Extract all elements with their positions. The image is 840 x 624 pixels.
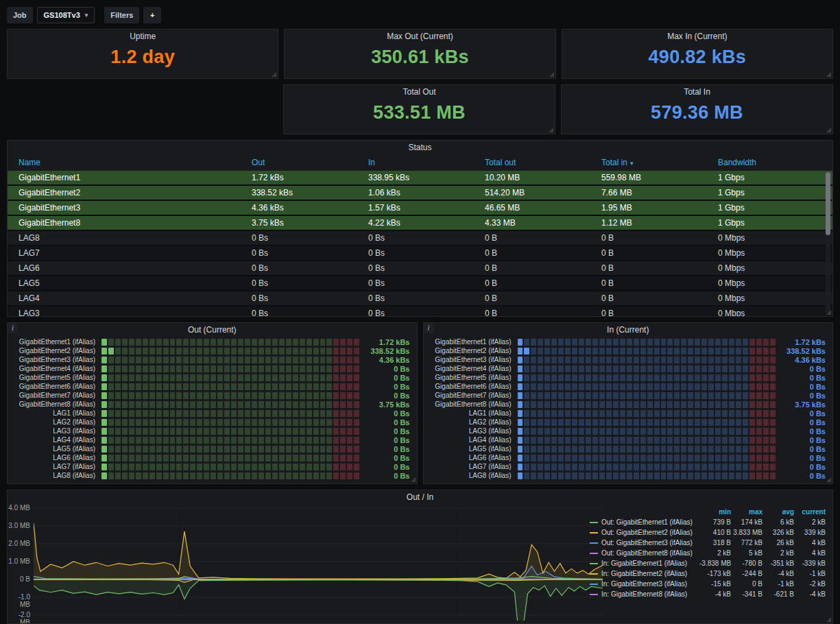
gauge-cell	[674, 455, 680, 461]
gauge-cell	[524, 348, 529, 355]
gauge-cell	[736, 446, 741, 453]
column-header-in[interactable]: In	[363, 154, 479, 171]
gauge-cell	[136, 437, 141, 444]
legend-series-toggle[interactable]: Out: GigabitEthernet1 (ifAlias)	[590, 518, 699, 526]
gauge-cell	[129, 365, 134, 372]
legend-series-toggle[interactable]: In: GigabitEthernet1 (ifAlias)	[590, 560, 699, 567]
scrollbar-track[interactable]	[826, 172, 830, 313]
gauge-cell	[565, 365, 571, 372]
legend-row: Out: GigabitEthernet1 (ifAlias)739 B174 …	[590, 517, 826, 527]
gauge-cell	[572, 455, 577, 461]
column-header-total-out[interactable]: Total out	[479, 154, 596, 171]
gauge-cell	[245, 365, 250, 372]
scrollbar-thumb[interactable]	[826, 172, 830, 235]
gauge-cell	[354, 392, 359, 399]
add-filter-button[interactable]: +	[143, 7, 161, 23]
gauge-cell	[695, 455, 700, 461]
gauge-cell	[217, 446, 223, 453]
led-bar-gauge	[518, 410, 776, 417]
gauge-cell	[524, 383, 529, 390]
panel-info-icon[interactable]: i	[8, 323, 18, 333]
gauge-cell	[661, 446, 667, 453]
gauge-cell	[245, 339, 250, 346]
gauge-cell	[770, 472, 776, 479]
gauge-cell	[265, 455, 271, 461]
legend-series-toggle[interactable]: In: GigabitEthernet3 (ifAlias)	[590, 580, 699, 588]
gauge-cell	[307, 357, 312, 363]
legend-series-toggle[interactable]: Out: GigabitEthernet3 (ifAlias)	[590, 539, 699, 547]
gauge-cell	[197, 419, 202, 426]
table-cell-in: 0 Bs	[363, 291, 479, 305]
gauge-cell	[136, 472, 141, 479]
column-header-out[interactable]: Out	[246, 154, 363, 171]
gauge-cell	[101, 419, 107, 426]
gauge-cell	[592, 357, 598, 363]
gauge-cell	[606, 437, 612, 444]
gauge-cell	[204, 374, 209, 381]
gauge-cell	[231, 437, 237, 444]
gauge-cell	[307, 428, 312, 435]
gauge-cell	[265, 357, 271, 363]
gauge-cell	[238, 374, 243, 381]
legend-header: minmaxavgcurrent	[590, 507, 826, 517]
y-axis-tick: 2.0 MB	[8, 540, 30, 547]
table-cell-total_out: 0 B	[479, 291, 596, 305]
gauge-cell	[729, 348, 734, 355]
gauge-cell	[634, 428, 639, 435]
legend-value-avg: 326 kB	[763, 529, 794, 536]
gauge-cell	[708, 464, 714, 470]
column-header-bandwidth[interactable]: Bandwidth	[712, 154, 827, 171]
column-header-total-in[interactable]: Total in▾	[596, 154, 712, 171]
led-bar-gauge	[101, 455, 360, 461]
table-row: GigabitEthernet34.36 kBs1.57 kBs46.65 MB…	[8, 201, 832, 216]
legend-column-min[interactable]: min	[699, 508, 731, 516]
legend-series-toggle[interactable]: Out: GigabitEthernet2 (ifAlias)	[590, 529, 699, 536]
out-in-graph-panel: Out / In 4.0 MB3.0 MB2.0 MB1.0 MB0 B-1.0…	[7, 490, 833, 624]
legend-column-max[interactable]: max	[731, 508, 763, 516]
legend-column-avg[interactable]: avg	[763, 508, 794, 516]
gauge-cell	[551, 365, 557, 372]
gauge-cell	[163, 428, 169, 435]
legend-series-name: Out: GigabitEthernet1 (ifAlias)	[601, 518, 693, 526]
gauge-cell	[286, 383, 291, 390]
gauge-cell	[204, 401, 209, 408]
legend-value-current: 4 kB	[794, 549, 826, 557]
gauge-row: GigabitEthernet7 (ifAlias)0 Bs	[428, 392, 826, 399]
table-row: LAG50 Bs0 Bs0 B0 B0 Mbps	[8, 276, 832, 291]
legend-series-toggle[interactable]: Out: GigabitEthernet8 (ifAlias)	[590, 549, 699, 557]
job-variable-dropdown[interactable]: GS108Tv3 ▾	[37, 7, 95, 23]
gauge-cell	[176, 455, 182, 461]
gauge-cell	[313, 464, 319, 470]
gauge-cell	[565, 446, 571, 453]
legend-column-current[interactable]: current	[794, 508, 826, 516]
gauge-cell	[743, 428, 748, 435]
led-bar-gauge	[101, 446, 360, 453]
gauge-cell	[224, 472, 230, 479]
gauge-cell	[313, 428, 319, 435]
gauge-cell	[108, 428, 114, 435]
table-cell-total_out: 514.20 MB	[479, 186, 596, 200]
gauge-cell	[688, 455, 693, 461]
gauge-cell	[674, 428, 680, 435]
gauge-cell	[183, 446, 189, 453]
panel-info-icon[interactable]: i	[424, 323, 434, 333]
gauge-cell	[538, 428, 543, 435]
gauge-cell	[163, 374, 169, 381]
sort-desc-icon: ▾	[630, 160, 634, 167]
gauge-cell	[722, 428, 728, 435]
legend-row: Out: GigabitEthernet2 (ifAlias)410 B3.83…	[590, 527, 826, 538]
gauge-cell	[743, 472, 748, 479]
y-axis-tick: 4.0 MB	[8, 504, 30, 512]
gauge-cell	[204, 410, 209, 417]
gauge-cell	[701, 437, 707, 444]
gauge-cell	[688, 348, 693, 355]
gauge-cell	[156, 437, 162, 444]
column-header-name[interactable]: Name	[13, 154, 246, 171]
gauge-cell	[279, 365, 285, 372]
gauge-cell	[763, 365, 769, 372]
legend-series-toggle[interactable]: In: GigabitEthernet8 (ifAlias)	[590, 590, 699, 598]
gauge-cell	[749, 455, 755, 461]
gauge-cell	[558, 374, 564, 381]
gauge-cell	[749, 348, 755, 355]
legend-series-toggle[interactable]: In: GigabitEthernet2 (ifAlias)	[590, 570, 699, 577]
